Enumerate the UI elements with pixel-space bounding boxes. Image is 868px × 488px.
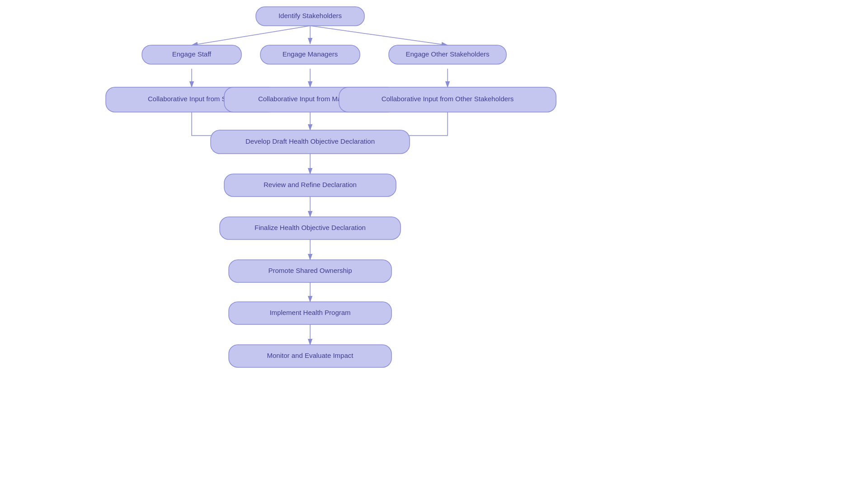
label-engage-managers: Engage Managers <box>283 50 338 58</box>
label-identify-stakeholders: Identify Stakeholders <box>278 12 342 19</box>
label-engage-staff: Engage Staff <box>172 50 212 58</box>
label-finalize: Finalize Health Objective Declaration <box>255 224 366 231</box>
label-collab-other: Collaborative Input from Other Stakehold… <box>382 95 514 103</box>
label-collab-staff: Collaborative Input from Staff <box>148 95 236 103</box>
diagram-container: Identify Stakeholders Engage Staff Engag… <box>0 0 868 488</box>
label-develop-draft: Develop Draft Health Objective Declarati… <box>245 137 375 145</box>
arrow-identify-to-other <box>310 26 448 45</box>
label-monitor: Monitor and Evaluate Impact <box>267 352 354 359</box>
label-review-refine: Review and Refine Declaration <box>264 181 357 188</box>
label-promote: Promote Shared Ownership <box>268 267 352 274</box>
label-implement: Implement Health Program <box>269 309 350 316</box>
label-engage-other: Engage Other Stakeholders <box>406 50 489 58</box>
arrow-identify-to-staff <box>192 26 310 45</box>
